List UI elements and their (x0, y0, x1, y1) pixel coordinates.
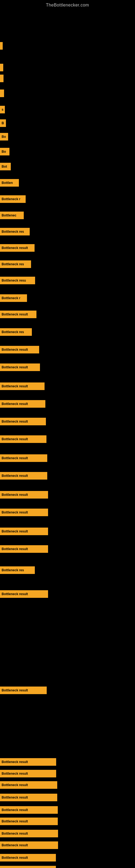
bar-item: Bottleneck result (0, 418, 46, 425)
bar-label: Bot (2, 165, 7, 168)
bar-label: Bottleneck result (2, 772, 28, 775)
bar-item: Bottleneck result (0, 364, 40, 371)
bar-item: Bottleneck result (0, 758, 56, 766)
bar-label: Bottleneck res (2, 568, 24, 572)
bar-label: B (2, 121, 4, 125)
bar-item: Bot (0, 163, 11, 170)
bar-item: Bottleneck result (0, 686, 47, 694)
bar-label: Bottleneck result (2, 456, 28, 460)
bar-item: Bottleneck result (0, 491, 48, 499)
bar-label: Bottleneck result (2, 402, 28, 406)
bar-item: Bottleneck resu (0, 277, 35, 284)
bar-label: Bottleneck result (2, 365, 28, 369)
bar-item (0, 90, 4, 97)
bar-item: Bottleneck result (0, 545, 48, 553)
bar-label: Bottleneck result (2, 796, 28, 799)
bar-item (0, 42, 3, 50)
bar-item: Bo (0, 148, 9, 155)
bar-label: Bottleneck result (2, 592, 28, 596)
bar-label: Bo (2, 135, 6, 138)
bar-label: Bottleneck res (2, 262, 24, 266)
bar-item: Bottleneck result (0, 830, 58, 837)
bar-label: Bottleneck res (2, 230, 24, 234)
bar-item: s (0, 106, 5, 113)
bar-item (0, 74, 3, 82)
bar-label: Bottleneck result (2, 312, 28, 316)
bar-item: Bottleneck res (0, 566, 35, 574)
bar-label: Bottleneck res (2, 330, 24, 334)
bar-item: Bottleneck result (0, 806, 58, 814)
bar-label: Bottleneck result (2, 547, 28, 551)
bar-item: Bottleneck result (0, 794, 57, 801)
bar-label: Bottlenec (2, 214, 16, 217)
bar-label: Bottleneck result (2, 832, 28, 835)
bar-item: Bottleneck result (0, 346, 39, 353)
bar-item: Bottleneck result (0, 472, 47, 479)
bar-item: Bottleneck result (0, 781, 57, 789)
bar-item: Bottleneck result (0, 528, 48, 535)
bar-label: Bottleneck r (2, 296, 20, 300)
bar-label: s (2, 108, 3, 112)
bar-label: Bottleneck result (2, 808, 28, 812)
bar-label: Bottlen (2, 181, 13, 185)
site-title: TheBottlenecker.com (0, 0, 135, 9)
bar-label: Bo (2, 150, 6, 154)
bar-label: Bottleneck result (2, 510, 28, 514)
bar-item: Bottleneck result (0, 454, 47, 462)
bar-item: Bottleneck r (0, 294, 27, 302)
bar-item: B (0, 119, 6, 127)
bar-label: Bottleneck resu (2, 279, 26, 282)
bar-item: Bottleneck result (0, 817, 58, 825)
bar-label: Bottleneck result (2, 760, 28, 764)
bar-item: Bottleneck res (0, 260, 31, 268)
bar-item: Bo (0, 133, 8, 141)
bar-label: Bottleneck result (2, 474, 28, 478)
bar-label: Bottleneck result (2, 348, 28, 351)
bar-item: Bottleneck result (0, 770, 56, 777)
bar-item: Bottleneck result (0, 841, 58, 849)
bar-item: Bottleneck result (0, 866, 56, 868)
bar-item: Bottleneck r (0, 195, 26, 203)
bar-item: Bottleneck res (0, 328, 32, 336)
bar-label: Bottleneck result (2, 856, 28, 860)
bar-label: Bottleneck result (2, 384, 28, 388)
bar-label: Bottleneck result (2, 688, 28, 692)
bar-item: Bottleneck result (0, 854, 56, 862)
bar-label: Bottleneck result (2, 246, 28, 250)
bar-label: Bottleneck result (2, 819, 28, 823)
bar-label: Bottleneck r (2, 197, 20, 201)
bar-item (0, 64, 3, 71)
bar-label: Bottleneck result (2, 493, 28, 497)
bar-item: Bottlen (0, 179, 19, 187)
bar-item: Bottleneck result (0, 508, 48, 516)
bar-label: Bottleneck result (2, 420, 28, 424)
bar-item: Bottleneck result (0, 435, 46, 443)
bar-item: Bottleneck result (0, 382, 45, 390)
bar-item: Bottleneck result (0, 590, 48, 598)
bar-label: Bottleneck result (2, 843, 28, 847)
bar-item: Bottleneck result (0, 244, 35, 252)
bar-label: Bottleneck result (2, 783, 28, 787)
bar-item: Bottleneck res (0, 228, 30, 236)
bar-label: Bottleneck result (2, 529, 28, 533)
bar-item: Bottleneck result (0, 400, 45, 408)
bar-item: Bottlenec (0, 212, 24, 219)
bar-label: Bottleneck result (2, 437, 28, 441)
bar-item: Bottleneck result (0, 311, 37, 318)
